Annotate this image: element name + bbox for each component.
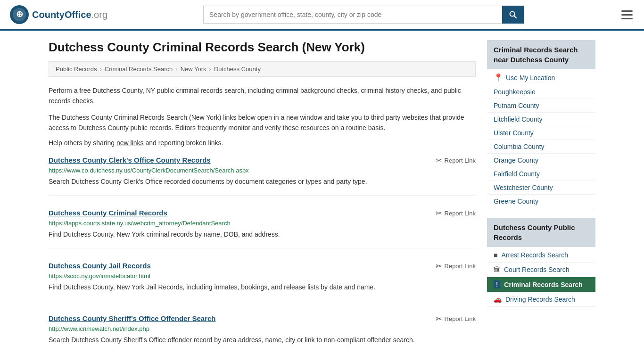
court-icon: 🏛 — [494, 266, 500, 273]
sidebar-nearby-section: Criminal Records Search near Dutchess Co… — [487, 40, 595, 208]
breadcrumb: Public Records › Criminal Records Search… — [49, 61, 476, 77]
search-button[interactable] — [502, 6, 524, 24]
record-title[interactable]: Dutchess County Sheriff's Office Offende… — [49, 314, 215, 322]
record-url[interactable]: http://www.icrimewatch.net/index.php — [49, 325, 476, 332]
sidebar-public-records-section: Dutchess County Public Records ■ Arrest … — [487, 218, 595, 307]
description-1: Perform a free Dutchess County, NY publi… — [49, 85, 476, 107]
record-desc: Find Dutchess County, New York Jail Reco… — [49, 282, 476, 292]
record-header: Dutchess County Jail Records ✂ Report Li… — [49, 262, 476, 271]
sidebar-item-court-records[interactable]: 🏛 Court Records Search — [487, 263, 595, 277]
breadcrumb-new-york[interactable]: New York — [181, 66, 206, 73]
help-text: Help others by sharing new links and rep… — [49, 139, 476, 147]
sidebar-item-orange-county[interactable]: Orange County — [487, 154, 595, 167]
svg-text:⊕: ⊕ — [16, 9, 23, 19]
breadcrumb-current: Dutchess County — [214, 66, 261, 73]
content-area: Dutchess County Criminal Records Search … — [49, 40, 476, 362]
sidebar-item-litchfield-county[interactable]: Litchfield County — [487, 113, 595, 126]
record-item: Dutchess County Clerk's Office County Re… — [49, 156, 476, 196]
sidebar-item-criminal-records[interactable]: ! Criminal Records Search — [487, 277, 595, 292]
sidebar-public-records-list: ■ Arrest Records Search 🏛 Court Records … — [487, 248, 595, 307]
header: ⊕ CountyOffice.org — [0, 0, 644, 31]
record-title[interactable]: Dutchess County Clerk's Office County Re… — [49, 156, 211, 164]
record-desc: Search Dutchess County Sheriff's Office … — [49, 335, 476, 345]
record-title[interactable]: Dutchess County Criminal Records — [49, 209, 167, 217]
sidebar-item-fairfield-county[interactable]: Fairfield County — [487, 167, 595, 181]
sidebar-public-records-header: Dutchess County Public Records — [487, 218, 595, 247]
main-container: Dutchess County Criminal Records Search … — [39, 31, 605, 362]
sidebar-item-poughkeepsie[interactable]: Poughkeepsie — [487, 85, 595, 99]
sidebar-nearby-header: Criminal Records Search near Dutchess Co… — [487, 40, 595, 69]
sidebar-item-putnam-county[interactable]: Putnam County — [487, 99, 595, 113]
arrest-icon: ■ — [494, 251, 497, 259]
hamburger-menu-button[interactable] — [619, 8, 635, 21]
sidebar-item-arrest-records[interactable]: ■ Arrest Records Search — [487, 248, 595, 263]
search-input[interactable] — [203, 6, 502, 24]
sidebar-item-greene-county[interactable]: Greene County — [487, 195, 595, 208]
svg-line-4 — [514, 16, 517, 18]
criminal-icon: ! — [494, 280, 500, 288]
sidebar-item-driving-records[interactable]: 🚗 Driving Records Search — [487, 292, 595, 307]
driving-icon: 🚗 — [494, 296, 502, 303]
sidebar-item-columbia-county[interactable]: Columbia County — [487, 140, 595, 154]
breadcrumb-criminal-records[interactable]: Criminal Records Search — [105, 66, 173, 73]
logo-text: CountyOffice.org — [32, 9, 107, 20]
report-icon: ✂ — [436, 209, 442, 218]
report-icon: ✂ — [436, 314, 442, 323]
record-title[interactable]: Dutchess County Jail Records — [49, 262, 151, 270]
sidebar-item-use-location[interactable]: 📍 Use My Location — [487, 70, 595, 85]
logo-icon: ⊕ — [9, 5, 29, 25]
logo-area: ⊕ CountyOffice.org — [9, 5, 107, 25]
new-links-link[interactable]: new links — [116, 139, 144, 147]
location-icon: 📍 — [494, 73, 503, 82]
search-area — [203, 6, 524, 24]
record-url[interactable]: https://scoc.ny.gov/inmatelocator.html — [49, 272, 476, 280]
search-icon — [509, 11, 517, 18]
breadcrumb-public-records[interactable]: Public Records — [56, 66, 97, 73]
report-link[interactable]: ✂ Report Link — [436, 262, 476, 271]
sidebar-item-ulster-county[interactable]: Ulster County — [487, 126, 595, 140]
report-icon: ✂ — [436, 262, 442, 271]
record-desc: Find Dutchess County, New York criminal … — [49, 230, 476, 239]
sidebar-item-westchester-county[interactable]: Westchester County — [487, 181, 595, 195]
record-url[interactable]: https://www.co.dutchess.ny.us/CountyCler… — [49, 167, 476, 174]
sidebar: Criminal Records Search near Dutchess Co… — [487, 40, 595, 362]
record-desc: Search Dutchess County Clerk's Office re… — [49, 177, 476, 187]
record-header: Dutchess County Clerk's Office County Re… — [49, 156, 476, 165]
report-link[interactable]: ✂ Report Link — [436, 314, 476, 323]
report-link[interactable]: ✂ Report Link — [436, 156, 476, 165]
page-title: Dutchess County Criminal Records Search … — [49, 40, 476, 55]
record-item: Dutchess County Sheriff's Office Offende… — [49, 314, 476, 354]
record-url[interactable]: https://iapps.courts.state.ny.us/webcrim… — [49, 220, 476, 227]
report-icon: ✂ — [436, 156, 442, 165]
record-header: Dutchess County Criminal Records ✂ Repor… — [49, 209, 476, 218]
record-header: Dutchess County Sheriff's Office Offende… — [49, 314, 476, 323]
report-link[interactable]: ✂ Report Link — [436, 209, 476, 218]
record-item: Dutchess County Jail Records ✂ Report Li… — [49, 262, 476, 301]
description-2: The Dutchess County Criminal Records Sea… — [49, 112, 476, 133]
sidebar-nearby-list: 📍 Use My Location Poughkeepsie Putnam Co… — [487, 70, 595, 208]
record-item: Dutchess County Criminal Records ✂ Repor… — [49, 209, 476, 248]
